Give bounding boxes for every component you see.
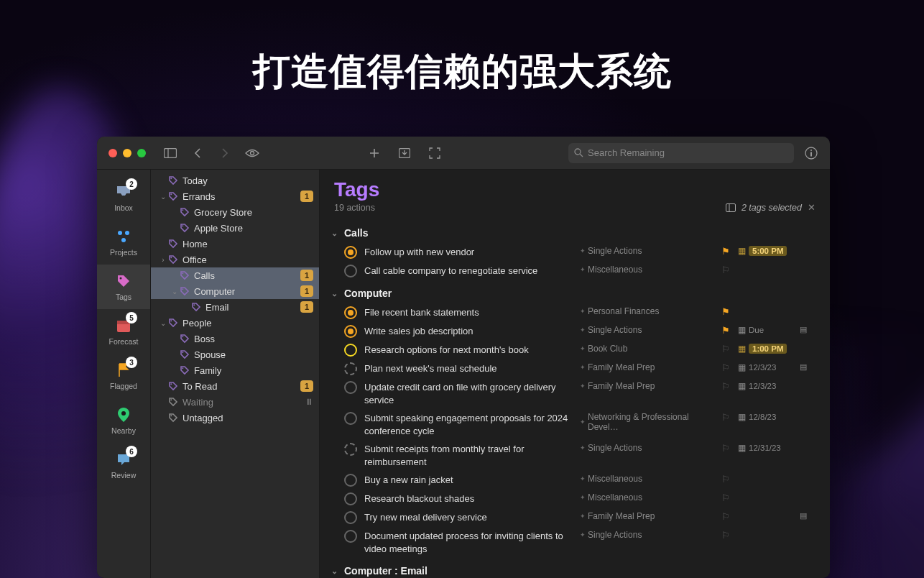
sidebar-tag-row[interactable]: Spouse [151, 347, 319, 362]
nav-tags[interactable]: Tags [97, 265, 150, 309]
chevron-down-icon: ⌄ [331, 229, 340, 238]
task-row[interactable]: Submit speaking engagement proposals for… [328, 409, 821, 440]
flag-icon[interactable]: ⚐ [721, 443, 731, 454]
task-row[interactable]: File recent bank statementsPersonal Fina… [328, 303, 821, 322]
window-minimize-button[interactable] [123, 149, 131, 157]
task-checkbox[interactable] [344, 530, 357, 543]
sidebar-tag-row[interactable]: Apple Store [151, 220, 319, 236]
task-row[interactable]: Buy a new rain jacketMiscellaneous⚐ [328, 471, 821, 490]
sidebar-tag-row[interactable]: ⌄Errands1 [151, 188, 319, 204]
note-icon[interactable]: ▤ [800, 362, 811, 372]
sidebar-tag-row[interactable]: Family [151, 362, 319, 378]
flag-icon[interactable]: ⚐ [721, 265, 731, 275]
svg-point-11 [121, 238, 126, 242]
sidebar-tag-row[interactable]: Untagged [151, 410, 319, 426]
flag-icon[interactable]: ⚐ [721, 412, 731, 423]
eye-icon[interactable] [245, 146, 259, 160]
task-checkbox[interactable] [344, 306, 357, 319]
search-input[interactable]: Search Remaining [568, 143, 794, 163]
svg-point-20 [170, 241, 172, 242]
task-checkbox[interactable] [344, 443, 357, 456]
add-icon[interactable] [367, 146, 382, 160]
task-checkbox[interactable] [344, 362, 357, 375]
flag-icon[interactable]: ⚐ [721, 492, 731, 503]
disclosure-icon[interactable]: ⌄ [158, 319, 168, 327]
flag-icon[interactable]: ⚑ [721, 246, 731, 257]
task-row[interactable]: Research options for next month's bookBo… [328, 341, 821, 359]
task-row[interactable]: Try new meal delivery serviceFamily Meal… [328, 508, 821, 527]
note-icon[interactable]: ▤ [800, 511, 811, 520]
task-row[interactable]: Plan next week's meal scheduleFamily Mea… [328, 359, 821, 378]
task-group-header[interactable]: ⌄Calls [328, 220, 821, 243]
task-checkbox[interactable] [344, 246, 357, 259]
flag-icon[interactable]: ⚐ [721, 344, 731, 354]
task-checkbox[interactable] [344, 325, 357, 338]
nav-nearby[interactable]: Nearby [97, 398, 150, 443]
disclosure-icon[interactable]: ⌄ [170, 288, 180, 295]
sidebar-tag-row[interactable]: To Read1 [151, 378, 319, 394]
back-icon[interactable] [190, 146, 205, 160]
task-project: Miscellaneous [580, 492, 713, 503]
flag-icon[interactable]: ⚑ [721, 306, 731, 317]
forward-icon[interactable] [218, 146, 232, 160]
task-checkbox[interactable] [344, 412, 357, 425]
sidebar-tag-label: Office [183, 254, 313, 265]
task-row[interactable]: Research blackout shadesMiscellaneous⚐ [328, 490, 821, 508]
nav-label: Inbox [114, 203, 133, 212]
task-checkbox[interactable] [344, 492, 357, 505]
inspector-icon[interactable] [804, 146, 818, 160]
flag-icon[interactable]: ⚐ [721, 511, 731, 522]
task-group-header[interactable]: ⌄Computer [328, 280, 821, 303]
sidebar-tag-row[interactable]: Boss [151, 331, 319, 347]
sidebar-tag-label: Waiting [183, 397, 305, 408]
calendar-icon: ▦ [738, 362, 746, 372]
task-row[interactable]: Call cable company to renegotiate servic… [328, 262, 821, 280]
sidebar-tag-row[interactable]: Home [151, 236, 319, 252]
task-row[interactable]: Update credit card on file with grocery … [328, 378, 821, 409]
svg-point-29 [170, 383, 172, 385]
sidebar-tag-row[interactable]: ›Office [151, 252, 319, 267]
focus-icon[interactable] [428, 146, 442, 160]
disclosure-icon[interactable]: › [158, 256, 168, 264]
task-checkbox[interactable] [344, 474, 357, 487]
flag-icon[interactable]: ⚐ [721, 362, 731, 373]
nav-rail: Inbox2ProjectsTagsForecast5Flagged3Nearb… [97, 170, 151, 578]
task-row[interactable]: Submit receipts from monthly travel for … [328, 440, 821, 471]
quick-entry-icon[interactable] [397, 146, 412, 160]
nav-inbox[interactable]: Inbox2 [97, 175, 150, 220]
task-title: Submit speaking engagement proposals for… [364, 412, 573, 437]
sidebar-tag-row[interactable]: Waiting⏸ [151, 394, 319, 410]
flag-icon[interactable]: ⚐ [721, 530, 731, 541]
svg-line-5 [580, 154, 583, 157]
svg-point-31 [170, 415, 172, 416]
sidebar-tag-row[interactable]: Email1 [151, 299, 319, 315]
sidebar-tag-row[interactable]: Today [151, 173, 319, 188]
task-checkbox[interactable] [344, 381, 357, 394]
window-close-button[interactable] [108, 149, 117, 157]
task-checkbox[interactable] [344, 511, 357, 524]
task-row[interactable]: Write sales job descriptionSingle Action… [328, 322, 821, 341]
chevron-down-icon: ⌄ [331, 566, 340, 576]
toggle-sidebar-icon[interactable] [163, 146, 177, 160]
task-group-header[interactable]: ⌄Computer : Email [328, 558, 821, 578]
note-icon[interactable]: ▤ [800, 325, 811, 334]
flag-icon[interactable]: ⚐ [721, 474, 731, 485]
window-zoom-button[interactable] [137, 149, 146, 157]
task-row[interactable]: Document updated process for inviting cl… [328, 527, 821, 558]
task-row[interactable]: Follow up with new vendorSingle Actions⚑… [328, 243, 821, 262]
task-checkbox[interactable] [344, 344, 357, 357]
flag-icon[interactable]: ⚑ [721, 325, 731, 336]
flag-icon[interactable]: ⚐ [721, 381, 731, 392]
sidebar-tag-row[interactable]: Grocery Store [151, 204, 319, 220]
nav-review[interactable]: Review6 [97, 443, 150, 487]
task-checkbox[interactable] [344, 265, 357, 277]
sidebar-tag-row[interactable]: ⌄Computer1 [151, 283, 319, 299]
nav-forecast[interactable]: Forecast5 [97, 309, 150, 354]
sidebar-tag-row[interactable]: ⌄People [151, 315, 319, 331]
nav-projects[interactable]: Projects [97, 220, 150, 265]
clear-selection-button[interactable]: ✕ [808, 202, 816, 213]
disclosure-icon[interactable]: ⌄ [158, 193, 168, 201]
sidebar-tag-row[interactable]: Calls1 [151, 267, 319, 283]
nav-flagged[interactable]: Flagged3 [97, 354, 150, 398]
task-meta: ▦Due [738, 325, 793, 335]
